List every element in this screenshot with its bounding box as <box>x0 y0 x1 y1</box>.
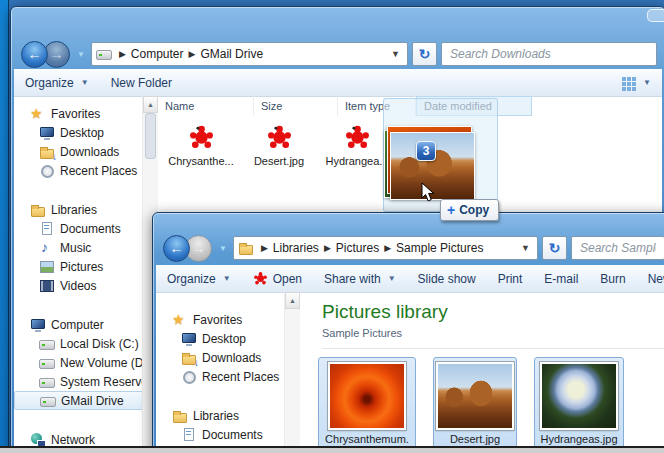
sidebar-item-recent-places[interactable]: Recent Places <box>14 161 142 180</box>
window-controls-partial[interactable] <box>647 9 664 22</box>
print-button[interactable]: Print <box>487 272 534 286</box>
back-button[interactable]: ← <box>163 235 190 262</box>
network-icon <box>30 433 46 447</box>
breadcrumb-gmail-drive[interactable]: GMail Drive <box>200 47 263 61</box>
sidebar-label: Recent Places <box>60 164 137 178</box>
breadcrumb-libraries[interactable]: Libraries <box>273 241 319 255</box>
sidebar-item-documents[interactable]: Documents <box>14 219 142 238</box>
sidebar-item-gmail-drive[interactable]: GMail Drive <box>14 391 142 410</box>
scroll-up-icon[interactable]: ▲ <box>285 292 300 309</box>
broken-image-splat-icon <box>266 124 293 151</box>
library-subtitle[interactable]: Sample Pictures <box>322 327 664 339</box>
sidebar-label: Network <box>51 433 95 447</box>
new-folder-button[interactable]: New folder <box>637 272 664 286</box>
sidebar-label: Downloads <box>60 145 119 159</box>
sidebar-group-libraries[interactable]: Libraries <box>14 200 142 219</box>
sidebar-item-desktop[interactable]: Desktop <box>14 123 142 142</box>
sidebar-label: New Volume (D:) <box>60 356 142 370</box>
sidebar-label: Libraries <box>193 409 239 423</box>
sidebar-label: Favorites <box>193 313 242 327</box>
column-header-size[interactable]: Size <box>254 96 338 116</box>
hydrangeas-image <box>540 362 618 430</box>
organize-button[interactable]: Organize ▼ <box>156 272 242 286</box>
print-label: Print <box>498 272 523 286</box>
sidebar-label: Downloads <box>202 351 261 365</box>
refresh-button[interactable]: ↻ <box>412 42 437 66</box>
sidebar-item-local-disk-c[interactable]: Local Disk (C:) <box>14 334 142 353</box>
change-view-button[interactable]: ▼ <box>610 76 662 90</box>
breadcrumb-computer[interactable]: Computer <box>131 47 184 61</box>
breadcrumb-separator-icon: ▶ <box>186 49 199 59</box>
sidebar-item-downloads[interactable]: Downloads <box>156 348 284 367</box>
breadcrumb[interactable]: ▶ Computer ▶ GMail Drive ▼ <box>91 42 408 66</box>
pictures-icon <box>39 260 55 274</box>
thumbnail-hydrangeas[interactable]: Hydrangeas.jpg <box>534 357 624 449</box>
file-name: Desert.jpg <box>254 155 304 167</box>
sidebar-item-recent-places[interactable]: Recent Places <box>156 367 284 386</box>
sidebar-label: System Reserved <box>60 375 142 389</box>
open-button[interactable]: Open <box>242 271 313 286</box>
address-dropdown-icon[interactable]: ▼ <box>391 49 403 59</box>
slide-show-label: Slide show <box>418 272 476 286</box>
screenshot-bottom-edge <box>0 446 664 453</box>
file-item[interactable]: Desert.jpg <box>240 124 318 167</box>
recent-pages-dropdown-icon[interactable]: ▼ <box>77 50 85 59</box>
sidebar-label: Pictures <box>60 260 103 274</box>
column-header-name[interactable]: Name <box>158 96 254 116</box>
sidebar-item-videos[interactable]: Videos <box>14 276 142 295</box>
sidebar-label: Desktop <box>202 332 246 346</box>
sidebar-item-documents[interactable]: Documents <box>156 425 284 444</box>
search-input[interactable] <box>572 241 664 255</box>
new-folder-button[interactable]: New Folder <box>100 76 183 90</box>
nav-buttons: ← → <box>21 41 70 68</box>
desktop-background <box>0 0 9 453</box>
sidebar-group-libraries[interactable]: Libraries <box>156 406 284 425</box>
explorer-window-sample-pictures: ← → ▼ ▶ Libraries ▶ Pictures ▶ Sample Pi… <box>152 212 664 453</box>
sidebar-group-favorites[interactable]: Favorites <box>14 104 142 123</box>
thumbnail-desert[interactable]: Desert.jpg <box>433 357 517 449</box>
sidebar-group-computer[interactable]: Computer <box>14 315 142 334</box>
breadcrumb-separator-icon: ▶ <box>116 49 129 59</box>
breadcrumb-sample-pictures[interactable]: Sample Pictures <box>396 241 483 255</box>
refresh-button[interactable]: ↻ <box>542 236 567 260</box>
slide-show-button[interactable]: Slide show <box>407 272 487 286</box>
sidebar-item-music[interactable]: Music <box>14 238 142 257</box>
sidebar-label: Favorites <box>51 107 100 121</box>
share-with-button[interactable]: Share with ▼ <box>313 272 407 286</box>
file-name: Desert.jpg <box>450 433 500 446</box>
organize-button[interactable]: Organize ▼ <box>14 76 100 90</box>
chevron-down-icon: ▼ <box>643 78 651 87</box>
window-client-area: Organize ▼ Open Share with ▼ Slide show … <box>156 265 664 453</box>
disk-drive-icon <box>39 356 55 370</box>
scrollbar-thumb[interactable] <box>145 113 156 159</box>
sidebar-item-system-reserved[interactable]: System Reserved <box>14 372 142 391</box>
address-dropdown-icon[interactable]: ▼ <box>521 243 533 253</box>
breadcrumb-pictures[interactable]: Pictures <box>336 241 379 255</box>
scroll-up-icon[interactable]: ▲ <box>143 96 158 113</box>
email-button[interactable]: E-mail <box>533 272 589 286</box>
breadcrumb[interactable]: ▶ Libraries ▶ Pictures ▶ Sample Pictures… <box>233 236 538 260</box>
disk-drive-icon <box>39 337 55 351</box>
file-name: Hydrangeas.jpg <box>540 433 617 446</box>
command-toolbar: Organize ▼ Open Share with ▼ Slide show … <box>156 265 664 293</box>
file-item[interactable]: Chrysanthe... <box>162 124 240 167</box>
back-button[interactable]: ← <box>21 41 48 68</box>
command-toolbar: Organize ▼ New Folder ▼ <box>14 69 662 97</box>
thumbnail-chrysanthemum[interactable]: Chrysanthemum.jpg <box>318 357 416 453</box>
sidebar-scrollbar[interactable]: ▲ <box>284 292 300 453</box>
drive-icon <box>96 47 112 61</box>
burn-button[interactable]: Burn <box>589 272 636 286</box>
music-note-icon <box>39 241 55 255</box>
sidebar-label: Music <box>60 241 91 255</box>
downloads-folder-icon <box>39 145 55 159</box>
file-name: Chrysanthe... <box>168 155 233 167</box>
search-input[interactable] <box>442 47 656 61</box>
recent-pages-dropdown-icon[interactable]: ▼ <box>219 244 227 253</box>
chevron-down-icon: ▼ <box>388 274 396 283</box>
sidebar-item-new-volume-d[interactable]: New Volume (D:) <box>14 353 142 372</box>
sidebar-item-desktop[interactable]: Desktop <box>156 329 284 348</box>
sidebar-item-downloads[interactable]: Downloads <box>14 142 142 161</box>
nav-buttons: ← → <box>163 235 212 262</box>
sidebar-group-favorites[interactable]: Favorites <box>156 310 284 329</box>
sidebar-item-pictures[interactable]: Pictures <box>14 257 142 276</box>
